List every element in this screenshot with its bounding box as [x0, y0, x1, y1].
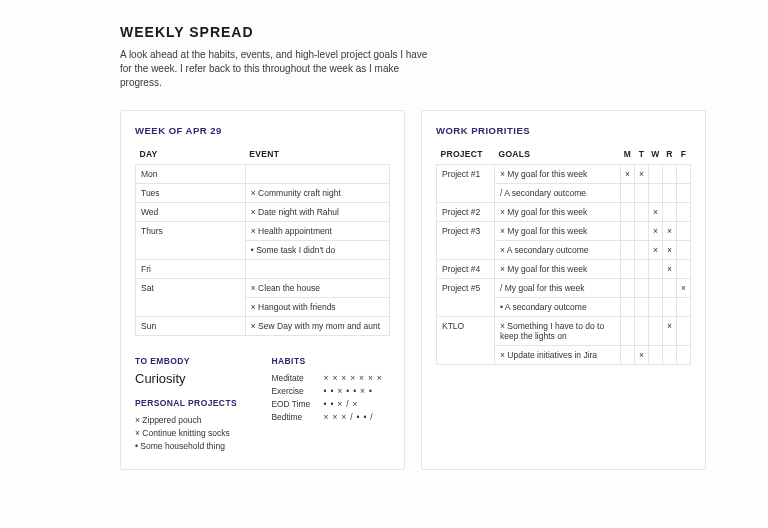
table-row: KTLO× Something I have to do to keep the… — [437, 317, 691, 346]
mark-cell — [621, 260, 635, 279]
table-row: Project #4× My goal for this week× — [437, 260, 691, 279]
mark-cell — [677, 346, 691, 365]
col-day-W: W — [649, 146, 663, 165]
goal-cell: × Update initiatives in Jira — [495, 346, 621, 365]
project-cell: Project #5 — [437, 279, 495, 317]
day-cell: Wed — [136, 203, 246, 222]
goal-cell: × My goal for this week — [495, 203, 621, 222]
spread-container: WEEK OF APR 29 DAY EVENT MonTues× Commun… — [120, 110, 706, 470]
priorities-heading: WORK PRIORITIES — [436, 125, 691, 136]
mark-cell — [621, 346, 635, 365]
mark-cell — [635, 241, 649, 260]
mark-cell — [649, 346, 663, 365]
event-cell — [245, 260, 389, 279]
table-row: Mon — [136, 165, 390, 184]
mark-cell — [663, 346, 677, 365]
mark-cell — [649, 260, 663, 279]
mark-cell — [649, 279, 663, 298]
mark-cell: × — [663, 317, 677, 346]
mark-cell — [649, 317, 663, 346]
left-page: WEEK OF APR 29 DAY EVENT MonTues× Commun… — [120, 110, 405, 470]
project-cell: Project #4 — [437, 260, 495, 279]
embody-label: TO EMBODY — [135, 356, 254, 366]
mark-cell — [621, 184, 635, 203]
mark-cell — [677, 298, 691, 317]
col-goals: GOALS — [495, 146, 621, 165]
habits-col: HABITS Meditate×××××××Exercise••×••×•EOD… — [272, 356, 391, 452]
goal-cell: × Something I have to do to keep the lig… — [495, 317, 621, 346]
habit-row: Exercise••×••×• — [272, 384, 391, 397]
day-cell: Mon — [136, 165, 246, 184]
table-row: Project #3× My goal for this week×× — [437, 222, 691, 241]
day-cell: Sun — [136, 317, 246, 336]
col-day-R: R — [663, 146, 677, 165]
mark-cell — [663, 203, 677, 222]
habit-row: Bedtime×××/••/ — [272, 410, 391, 423]
day-cell: Thurs — [136, 222, 246, 260]
mark-cell: × — [663, 241, 677, 260]
habits-label: HABITS — [272, 356, 391, 366]
list-item: • Some household thing — [135, 439, 254, 452]
mark-cell — [649, 298, 663, 317]
table-row: Project #1× My goal for this week×× — [437, 165, 691, 184]
goal-cell: / A secondary outcome — [495, 184, 621, 203]
list-item: × Continue knitting socks — [135, 426, 254, 439]
goal-cell: × A secondary outcome — [495, 241, 621, 260]
mark-cell — [635, 222, 649, 241]
mark-cell — [621, 298, 635, 317]
embody-personal-col: TO EMBODY Curiosity PERSONAL PROJECTS × … — [135, 356, 254, 452]
habit-name: Exercise — [272, 386, 324, 396]
table-row: Fri — [136, 260, 390, 279]
mark-cell — [635, 260, 649, 279]
event-cell — [245, 165, 389, 184]
event-cell: × Community craft night — [245, 184, 389, 203]
priorities-table: PROJECTGOALSMTWRF Project #1× My goal fo… — [436, 146, 691, 365]
col-day: DAY — [136, 146, 246, 165]
list-item: × Zippered pouch — [135, 413, 254, 426]
project-cell: Project #1 — [437, 165, 495, 203]
habit-marks: ••×/× — [324, 399, 362, 409]
goal-cell: × My goal for this week — [495, 165, 621, 184]
embody-value: Curiosity — [135, 371, 254, 386]
mark-cell — [663, 184, 677, 203]
table-row: Project #2× My goal for this week× — [437, 203, 691, 222]
mark-cell — [635, 184, 649, 203]
mark-cell — [621, 317, 635, 346]
intro-text: A look ahead at the habits, events, and … — [120, 48, 430, 90]
table-row: Sat× Clean the house — [136, 279, 390, 298]
mark-cell: × — [635, 346, 649, 365]
habit-marks: ••×••×• — [324, 386, 376, 396]
goal-cell: × My goal for this week — [495, 260, 621, 279]
col-project: PROJECT — [437, 146, 495, 165]
habit-marks: ××××××× — [324, 373, 386, 383]
mark-cell — [663, 279, 677, 298]
col-day-M: M — [621, 146, 635, 165]
mark-cell — [677, 241, 691, 260]
habit-marks: ×××/••/ — [324, 412, 377, 422]
mark-cell: × — [649, 222, 663, 241]
table-row: Wed× Date night with Rahul — [136, 203, 390, 222]
event-cell: × Clean the house — [245, 279, 389, 298]
personal-list: × Zippered pouch× Continue knitting sock… — [135, 413, 254, 452]
project-cell: Project #2 — [437, 203, 495, 222]
mark-cell — [635, 298, 649, 317]
day-cell: Tues — [136, 184, 246, 203]
mark-cell: × — [663, 222, 677, 241]
right-page: WORK PRIORITIES PROJECTGOALSMTWRF Projec… — [421, 110, 706, 470]
mark-cell — [663, 165, 677, 184]
mark-cell — [677, 184, 691, 203]
mark-cell — [677, 260, 691, 279]
mark-cell — [635, 203, 649, 222]
mark-cell: × — [649, 241, 663, 260]
mark-cell — [677, 222, 691, 241]
goal-cell: / My goal for this week — [495, 279, 621, 298]
week-heading: WEEK OF APR 29 — [135, 125, 390, 136]
habit-name: Bedtime — [272, 412, 324, 422]
mark-cell: × — [635, 165, 649, 184]
goal-cell: • A secondary outcome — [495, 298, 621, 317]
col-day-T: T — [635, 146, 649, 165]
day-cell: Fri — [136, 260, 246, 279]
event-cell: • Some task I didn't do — [245, 241, 389, 260]
event-cell: × Sew Day with my mom and aunt — [245, 317, 389, 336]
day-cell: Sat — [136, 279, 246, 317]
